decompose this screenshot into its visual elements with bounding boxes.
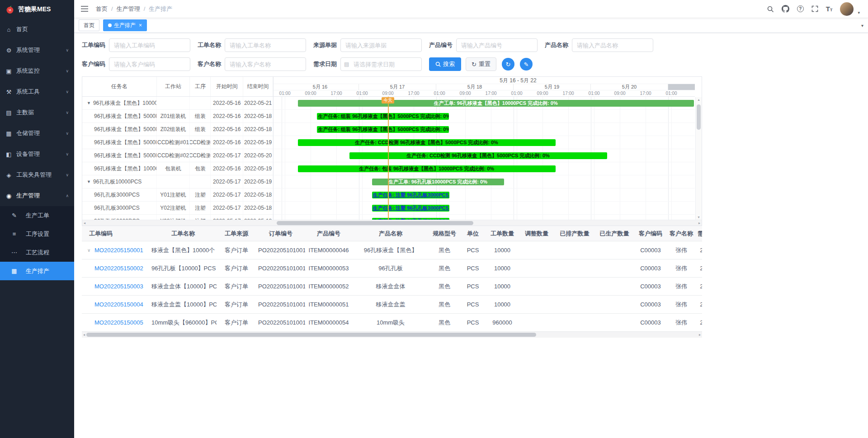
- workorder-link[interactable]: MO202205150004: [94, 301, 143, 308]
- breadcrumb-item[interactable]: 生产排产: [149, 5, 172, 13]
- sidebar-item[interactable]: ▦ 仓储管理 ∨: [0, 123, 74, 144]
- scroll-right-icon[interactable]: ▸: [699, 333, 701, 337]
- gantt-task-row[interactable]: ▼96孔移液盒【黑色】10000PCS 2022-05-16 2022-05-2…: [82, 97, 273, 110]
- gantt-bar-task[interactable]: 生产任务: 注塑 96孔孔板3000PCS 完成比例: 0%: [372, 192, 449, 198]
- sidebar-item[interactable]: ⚙ 系统管理 ∨: [0, 40, 74, 61]
- gantt-task-row[interactable]: 96孔移液盒【黑色】5000PCS Z02组装机 组装 2022-05-16 2…: [82, 123, 273, 136]
- sidebar-toggle-icon[interactable]: [80, 5, 89, 12]
- product-name-input[interactable]: [572, 38, 653, 52]
- scroll-left-icon[interactable]: ◂: [84, 221, 85, 225]
- gantt-horizontal-scrollbar[interactable]: ◂ ▸: [82, 220, 702, 226]
- workorder-name-input[interactable]: [225, 38, 306, 52]
- gantt-task-row[interactable]: ▼96孔孔板10000PCS 2022-05-17 2022-05-19: [82, 175, 273, 188]
- orders-row[interactable]: ∨ MO202205150001移液盒【黑色】10000个客户订单PO20220…: [82, 241, 702, 259]
- orders-cell: ITEM00000054: [305, 319, 352, 326]
- fullscreen-icon[interactable]: [811, 5, 818, 12]
- gantt-vertical-scrollbar[interactable]: ▴ ▾: [695, 97, 702, 220]
- gantt-task-row[interactable]: 96孔孔板3000PCS Y03注塑机 注塑 2022-05-17 2022-0…: [82, 215, 273, 220]
- orders-row[interactable]: MO202205150003移液盒盒体【10000】PCS客户订单PO20220…: [82, 278, 702, 296]
- sidebar-item[interactable]: ⌂ 首页: [0, 19, 74, 40]
- sidebar-item[interactable]: ▤ 主数据 ∨: [0, 102, 74, 123]
- gantt-bar-task[interactable]: 生产任务: 包装 96孔移液盒【黑色】10000PCS 完成比例: 0%: [298, 165, 556, 172]
- sidebar-item[interactable]: ⚒ 系统工具 ∨: [0, 81, 74, 102]
- workorder-code-input[interactable]: [109, 38, 190, 52]
- breadcrumb-item[interactable]: 生产管理: [117, 5, 140, 13]
- scroll-right-icon[interactable]: ▸: [698, 221, 700, 225]
- font-size-icon[interactable]: TT: [826, 5, 833, 13]
- sidebar-item[interactable]: ▣ 系统监控 ∨: [0, 61, 74, 81]
- orders-horizontal-scrollbar[interactable]: ◂ ▸: [82, 332, 702, 338]
- vertical-scrollbar-thumb[interactable]: [697, 104, 701, 130]
- gantt-task-row[interactable]: 96孔移液盒【黑色】5000PCS CCD检测#01 CCD检测 2022-05…: [82, 136, 273, 149]
- gantt-bar-task[interactable]: 生产任务: 注塑 96孔孔板3000PCS 完成比例: 0%: [372, 205, 449, 212]
- collapse-caret-icon[interactable]: ▼: [87, 101, 91, 105]
- orders-row[interactable]: MO20220515000510mm吸头【960000】PCS客户订单PO202…: [82, 314, 702, 332]
- breadcrumb-item[interactable]: 首页: [96, 5, 108, 13]
- workstation-cell: [157, 175, 190, 188]
- orders-row[interactable]: MO20220515000296孔孔板【10000】PCS客户订单PO20220…: [82, 259, 702, 278]
- workorder-link[interactable]: MO202205150003: [94, 283, 143, 290]
- orders-row[interactable]: MO202205150004移液盒盒盖【10000】PCS客户订单PO20220…: [82, 296, 702, 314]
- reset-button[interactable]: ↻ 重置: [466, 57, 496, 71]
- gantt-task-row[interactable]: 96孔移液盒【黑色】5000PCS CCD检测#02 CCD检测 2022-05…: [82, 149, 273, 162]
- sidebar-subitem[interactable]: ⋯ 工艺流程: [0, 243, 74, 262]
- edit-button[interactable]: ✎: [520, 58, 533, 71]
- workorder-link[interactable]: MO202205150001: [94, 247, 143, 254]
- process-cell: [190, 97, 211, 109]
- orders-column-header: 需求日期: [696, 230, 702, 238]
- gantt-task-row[interactable]: 96孔孔板3000PCS Y01注塑机 注塑 2022-05-17 2022-0…: [82, 188, 273, 202]
- row-expand-caret-icon[interactable]: ∨: [87, 248, 92, 253]
- start-time-cell: 2022-05-17: [211, 215, 243, 220]
- customer-name-input[interactable]: [225, 57, 306, 71]
- gantt-task-row[interactable]: 96孔孔板3000PCS Y02注塑机 注塑 2022-05-17 2022-0…: [82, 202, 273, 215]
- process-cell: 组装: [190, 123, 211, 136]
- collapse-caret-icon[interactable]: ▼: [87, 179, 91, 184]
- flow-icon: ⋯: [11, 249, 18, 256]
- sidebar-item[interactable]: ◧ 设备管理 ∨: [0, 144, 74, 165]
- navbar-actions: ? TT ▾: [767, 2, 862, 16]
- task-name-cell: 96孔移液盒【黑色】10000PCS: [82, 162, 157, 175]
- search-icon[interactable]: [767, 5, 774, 13]
- tab-list-caret-icon[interactable]: ▾: [861, 23, 863, 28]
- tab-close-icon[interactable]: ×: [139, 22, 142, 28]
- scroll-up-icon[interactable]: ▴: [698, 98, 699, 102]
- tab-active-page[interactable]: 生产排产 ×: [103, 19, 147, 31]
- horizontal-scrollbar-thumb[interactable]: [277, 221, 473, 225]
- workorder-link[interactable]: MO202205150005: [94, 319, 143, 326]
- start-time-cell: 2022-05-16: [211, 123, 243, 136]
- sidebar-subitem[interactable]: ✎ 生产工单: [0, 206, 74, 225]
- demand-date-input[interactable]: [340, 57, 422, 71]
- search-button[interactable]: 搜索: [429, 57, 461, 71]
- question-icon[interactable]: ?: [797, 5, 804, 12]
- scroll-down-icon[interactable]: ▾: [698, 215, 699, 219]
- gantt-task-row[interactable]: 96孔移液盒【黑色】5000PCS Z01组装机 组装 2022-05-16 2…: [82, 110, 273, 123]
- page-content: 工单编码 工单名称 来源单据 产品编号: [74, 33, 868, 438]
- hour-tick-label: 01:00: [666, 90, 677, 96]
- sidebar-subitem[interactable]: ≡ 工序设置: [0, 225, 74, 243]
- workstation-cell: CCD检测#02: [157, 149, 190, 162]
- scroll-left-icon[interactable]: ◂: [83, 333, 85, 337]
- user-avatar[interactable]: [840, 2, 854, 16]
- app-logo[interactable]: 苦糖果MES: [0, 0, 74, 19]
- timeline-header: 5月 16 - 5月 22 5月 165月 175月 185月 195月 20 …: [274, 77, 695, 97]
- product-code-input[interactable]: [456, 38, 538, 52]
- source-doc-input[interactable]: [340, 38, 422, 52]
- sidebar-item[interactable]: ◉ 生产管理 ∧: [0, 185, 74, 206]
- customer-code-input[interactable]: [109, 57, 190, 71]
- workorder-link[interactable]: MO202205150002: [94, 265, 143, 272]
- gantt-bar-task[interactable]: 生产任务: 组装 96孔移液盒【黑色】5000PCS 完成比例: 0%: [317, 126, 449, 133]
- horizontal-scrollbar-thumb[interactable]: [86, 333, 536, 337]
- gear-icon: ⚙: [5, 47, 12, 54]
- gantt-bar-task[interactable]: 生产任务: 注塑 96孔孔板3000PCS 完成比例: 0%: [372, 218, 449, 220]
- tab-home[interactable]: 首页: [79, 19, 99, 31]
- gantt-bar-task[interactable]: 生产任务: 组装 96孔移液盒【黑色】5000PCS 完成比例: 0%: [317, 113, 449, 120]
- sidebar-subitem[interactable]: ▦ 生产排产: [0, 262, 74, 280]
- gantt-bar-order[interactable]: 生产工单: 96孔孔板10000PCS 完成比例: 0%: [372, 179, 504, 185]
- sync-button[interactable]: ↻: [502, 58, 514, 71]
- gantt-bar-task[interactable]: 生产任务: CCD检测 96孔移液盒【黑色】5000PCS 完成比例: 0%: [298, 139, 556, 146]
- gantt-bar-order[interactable]: 生产工单: 96孔移液盒【黑色】10000PCS 完成比例: 0%: [298, 100, 694, 107]
- avatar-caret-icon[interactable]: ▾: [858, 10, 860, 16]
- gantt-task-row[interactable]: 96孔移液盒【黑色】10000PCS 包装机 包装 2022-05-16 202…: [82, 162, 273, 175]
- github-icon[interactable]: [782, 5, 789, 13]
- sidebar-item[interactable]: ◈ 工装夹具管理 ∨: [0, 165, 74, 185]
